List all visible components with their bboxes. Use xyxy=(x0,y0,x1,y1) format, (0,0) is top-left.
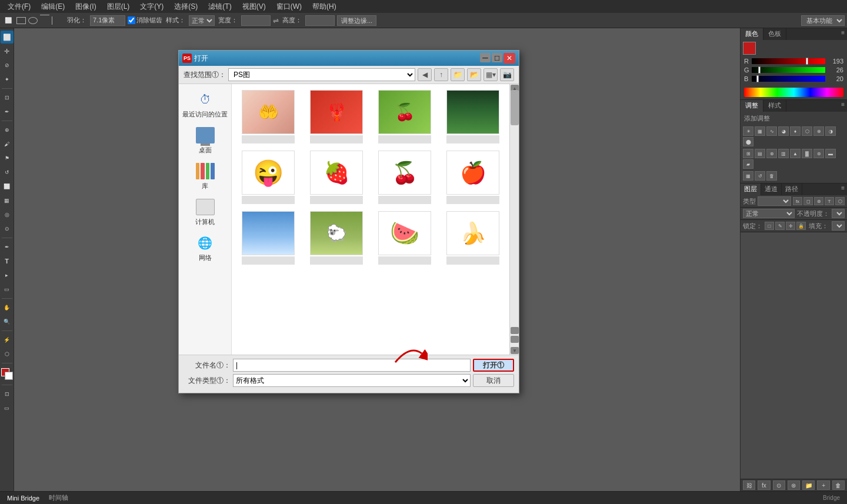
healing-brush-tool[interactable]: ⊕ xyxy=(1,124,14,136)
solid-color-icon[interactable]: ▬ xyxy=(825,149,836,158)
blue-slider[interactable] xyxy=(752,76,825,82)
tab-style[interactable]: 样式 xyxy=(763,100,786,112)
tab-layers[interactable]: 图层 xyxy=(741,183,761,195)
thumb-lobster[interactable]: 🦞 xyxy=(305,89,368,145)
nav-newfolder-btn[interactable]: 📂 xyxy=(467,68,481,81)
color-spectrum[interactable] xyxy=(744,88,843,97)
menu-select[interactable]: 选择(S) xyxy=(169,1,202,13)
path-selection-tool[interactable]: ▸ xyxy=(1,269,14,282)
tab-paths[interactable]: 路径 xyxy=(782,183,802,195)
lasso-tool[interactable]: ⊘ xyxy=(1,59,14,72)
dialog-close-btn[interactable]: ✕ xyxy=(503,53,515,64)
filter-smart-icon[interactable]: ⬡ xyxy=(835,197,845,205)
vibrance-icon[interactable]: ♦ xyxy=(790,126,801,136)
thumb-cherry[interactable]: 🍒 xyxy=(373,149,436,205)
filter-fx-icon[interactable]: fx xyxy=(793,197,802,205)
tab-adjust[interactable]: 调整 xyxy=(741,100,763,112)
quick-mask-tool[interactable]: ⊡ xyxy=(1,388,14,400)
thumb-watermelon[interactable]: 🍉 xyxy=(373,210,436,266)
link-layers-btn[interactable]: ⛓ xyxy=(743,480,755,490)
menu-filter[interactable]: 滤镜(T) xyxy=(204,1,236,13)
blur-tool[interactable]: ◎ xyxy=(1,208,14,221)
fill-select[interactable] xyxy=(832,221,845,231)
scrollbar-thumb[interactable] xyxy=(511,90,519,125)
thumb-forest[interactable] xyxy=(441,89,505,145)
opacity-select[interactable] xyxy=(832,209,845,218)
nav-camera-btn[interactable]: 📷 xyxy=(500,68,514,81)
gradient-tool[interactable]: ▦ xyxy=(1,194,14,207)
feather-input[interactable] xyxy=(90,15,125,26)
add-mask-btn[interactable]: ⊙ xyxy=(773,480,785,490)
screen-mode-tool[interactable]: ▭ xyxy=(1,402,14,415)
gradient-fill-icon[interactable]: ▰ xyxy=(743,159,753,169)
filter-type-select[interactable] xyxy=(758,196,791,206)
selective-color-icon[interactable]: ⊛ xyxy=(813,149,824,158)
foreground-background-color[interactable] xyxy=(1,368,13,380)
blue-thumb[interactable] xyxy=(756,75,759,82)
hue-saturation-icon[interactable]: ⬡ xyxy=(802,126,812,136)
style-select[interactable]: 正常 xyxy=(189,15,215,26)
width-input[interactable] xyxy=(241,15,271,26)
menu-edit[interactable]: 编辑(E) xyxy=(36,1,69,13)
red-thumb[interactable] xyxy=(806,58,808,65)
nav-view-btn[interactable]: ▦▾ xyxy=(483,68,498,81)
3d-tool[interactable]: ⬡ xyxy=(1,348,14,361)
zoom-tool[interactable]: 🔍 xyxy=(1,315,14,328)
crop-tool[interactable]: ⊡ xyxy=(1,91,14,104)
invert-icon[interactable]: ⊗ xyxy=(766,149,777,158)
filter-adj-icon[interactable]: ⊛ xyxy=(814,197,823,205)
workspace-select[interactable]: 基本功能 xyxy=(801,15,845,26)
thumb-emoji[interactable]: 😜 xyxy=(236,149,300,205)
layers-panel-menu[interactable]: ≡ xyxy=(839,183,847,195)
filename-input[interactable] xyxy=(233,359,471,372)
lock-image-icon[interactable]: ✎ xyxy=(775,222,785,230)
brightness-contrast-icon[interactable]: ☀ xyxy=(743,126,753,136)
shape-tool[interactable]: ▭ xyxy=(1,283,14,296)
tab-color[interactable]: 颜色 xyxy=(741,28,763,40)
color-picker-tool[interactable]: ⚡ xyxy=(1,333,14,346)
cancel-button[interactable]: 取消 xyxy=(473,374,514,387)
thumb-sky[interactable] xyxy=(236,210,300,266)
color-balance-icon[interactable]: ⊕ xyxy=(813,126,824,136)
thumb-sheep[interactable]: 🐑 xyxy=(305,210,368,266)
filter-pixel-icon[interactable]: ◻ xyxy=(803,197,813,205)
menu-help[interactable]: 帮助(H) xyxy=(308,1,341,13)
refine-edge-button[interactable]: 调整边缘... xyxy=(337,15,376,26)
dialog-scrollbar[interactable]: ▲ ▼ xyxy=(509,84,519,355)
foreground-color-swatch[interactable] xyxy=(743,42,756,55)
color-panel-menu[interactable]: ≡ xyxy=(839,28,847,40)
menu-text[interactable]: 文字(Y) xyxy=(135,1,168,13)
green-slider[interactable] xyxy=(752,67,825,73)
nav-desktop[interactable]: 桌面 xyxy=(179,122,231,158)
nav-network[interactable]: 🌐 网络 xyxy=(179,230,231,266)
add-style-btn[interactable]: fx xyxy=(758,480,770,490)
anti-alias-checkbox[interactable] xyxy=(128,16,135,24)
move-tool[interactable]: ✛ xyxy=(1,45,14,58)
menu-layer[interactable]: 图层(L) xyxy=(102,1,135,13)
photo-filter-icon[interactable]: ⬤ xyxy=(743,137,753,146)
menu-file[interactable]: 文件(F) xyxy=(3,1,35,13)
nav-library[interactable]: 库 xyxy=(179,158,231,194)
dialog-minimize-btn[interactable]: ─ xyxy=(480,53,491,62)
open-button[interactable]: 打开① xyxy=(473,359,514,372)
clone-stamp-tool[interactable]: ⚑ xyxy=(1,152,14,165)
tab-channels[interactable]: 通道 xyxy=(761,183,782,195)
thumb-hands[interactable]: 🤲 xyxy=(236,89,300,145)
trash-icon[interactable]: 🗑 xyxy=(766,171,777,181)
nav-computer[interactable]: 计算机 xyxy=(179,194,231,230)
nav-recent[interactable]: ⏱ 最近访问的位置 xyxy=(179,86,231,122)
marquee-tool[interactable]: ⬜ xyxy=(1,31,14,44)
red-slider[interactable] xyxy=(752,58,825,64)
threshold-icon[interactable]: ▲ xyxy=(790,149,801,158)
dialog-maximize-btn[interactable]: □ xyxy=(492,53,502,62)
magic-wand-tool[interactable]: ✦ xyxy=(1,73,14,86)
eraser-tool[interactable]: ⬜ xyxy=(1,180,14,193)
green-thumb[interactable] xyxy=(758,66,761,74)
channel-mixer-icon[interactable]: ⊞ xyxy=(743,149,753,158)
pattern-fill-icon[interactable]: ▦ xyxy=(743,171,753,181)
new-group-btn[interactable]: 📁 xyxy=(802,480,815,490)
tab-swatches[interactable]: 色板 xyxy=(763,28,786,40)
gradient-map-icon[interactable]: ▓ xyxy=(802,149,812,158)
height-input[interactable] xyxy=(305,15,335,26)
pen-tool[interactable]: ✒ xyxy=(1,241,14,253)
